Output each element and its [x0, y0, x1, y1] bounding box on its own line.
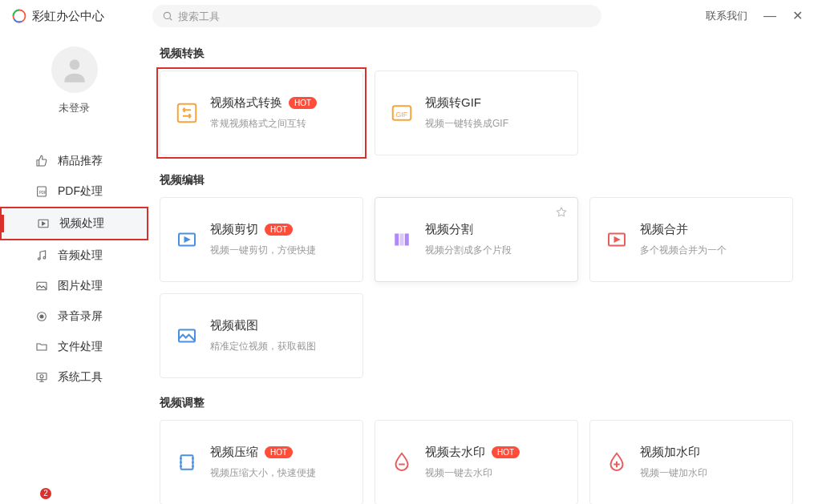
sidebar-item-label: 录音录屏 — [58, 309, 103, 324]
card-title-text: 视频合并 — [640, 222, 688, 237]
rainbow-logo-icon — [11, 8, 27, 24]
card-video-cut[interactable]: 视频剪切 HOT 视频一键剪切，方便快捷 — [160, 197, 363, 282]
record-icon — [35, 310, 48, 323]
card-desc: 视频压缩大小，快速便捷 — [210, 466, 316, 480]
card-desc: 视频一键转换成GIF — [425, 117, 508, 131]
card-title-text: 视频转GIF — [425, 95, 481, 111]
split-icon — [390, 228, 414, 252]
sidebar-item-record[interactable]: 录音录屏 — [0, 301, 148, 332]
svg-point-10 — [43, 256, 46, 259]
gif-icon: GIF — [390, 101, 414, 125]
svg-rect-25 — [181, 455, 193, 470]
notification-badge: 2 — [40, 488, 51, 499]
sidebar-item-recommend[interactable]: 精品推荐 — [0, 146, 148, 176]
convert-icon — [175, 101, 199, 125]
app-logo: 彩虹办公中心 — [11, 8, 104, 24]
titlebar-right: 联系我们 — ✕ — [706, 9, 803, 23]
sidebar-item-label: 文件处理 — [58, 340, 103, 354]
sidebar-item-label: 视频处理 — [59, 216, 104, 231]
card-title-text: 视频加水印 — [640, 445, 700, 460]
sidebar-notification[interactable]: 2 — [40, 485, 51, 499]
sidebar-item-label: 图片处理 — [58, 279, 103, 293]
card-video-remove-watermark[interactable]: 视频去水印 HOT 视频一键去水印 — [375, 420, 578, 504]
section-title: 视频编辑 — [160, 173, 803, 187]
card-video-format-convert[interactable]: 视频格式转换 HOT 常规视频格式之间互转 — [160, 71, 363, 155]
section-convert: 视频转换 视频格式转换 HOT 常规视频格式之间互转 — [160, 46, 803, 155]
card-desc: 视频一键剪切，方便快捷 — [210, 244, 316, 257]
card-title-text: 视频格式转换 — [210, 95, 282, 111]
sidebar-item-label: PDF处理 — [58, 184, 103, 199]
svg-point-9 — [38, 258, 40, 260]
sidebar-item-label: 音频处理 — [58, 248, 103, 263]
sidebar-item-system[interactable]: 系统工具 — [0, 362, 148, 393]
card-video-to-gif[interactable]: GIF 视频转GIF 视频一键转换成GIF — [375, 71, 578, 155]
compress-icon — [175, 450, 199, 474]
card-video-split[interactable]: 视频分割 视频分割成多个片段 — [375, 197, 578, 282]
svg-text:PDF: PDF — [39, 191, 47, 195]
svg-text:GIF: GIF — [396, 111, 408, 119]
card-desc: 视频一键加水印 — [640, 466, 707, 480]
svg-point-3 — [164, 12, 170, 18]
star-icon[interactable] — [555, 206, 568, 219]
sidebar-item-audio[interactable]: 音频处理 — [0, 240, 148, 271]
svg-point-13 — [40, 315, 43, 318]
card-video-screenshot[interactable]: 视频截图 精准定位视频，获取截图 — [160, 293, 363, 378]
svg-rect-20 — [395, 234, 399, 246]
sidebar-item-label: 精品推荐 — [58, 154, 103, 168]
card-desc: 视频分割成多个片段 — [425, 244, 512, 257]
search-box[interactable] — [152, 5, 601, 27]
merge-icon — [605, 228, 629, 252]
card-desc: 多个视频合并为一个 — [640, 244, 727, 257]
sidebar-item-video[interactable]: 视频处理 — [2, 208, 147, 239]
video-icon — [37, 217, 50, 230]
folder-icon — [35, 341, 48, 353]
hot-badge: HOT — [289, 97, 317, 109]
avatar[interactable] — [51, 46, 98, 93]
card-video-compress[interactable]: 视频压缩 HOT 视频压缩大小，快速便捷 — [160, 420, 363, 504]
cut-icon — [175, 228, 199, 252]
card-title-text: 视频剪切 — [210, 222, 258, 237]
app-title: 彩虹办公中心 — [32, 9, 104, 24]
minimize-button[interactable]: — — [763, 10, 776, 22]
section-title: 视频调整 — [160, 396, 803, 410]
card-video-add-watermark[interactable]: 视频加水印 视频一键加水印 — [589, 420, 793, 504]
sidebar-item-image[interactable]: 图片处理 — [0, 271, 148, 301]
sidebar-nav: 精品推荐 PDF PDF处理 视频处理 音频处理 图片处理 — [0, 146, 148, 393]
svg-rect-16 — [178, 104, 196, 123]
hot-badge: HOT — [265, 446, 293, 458]
sidebar-item-file[interactable]: 文件处理 — [0, 332, 148, 362]
card-title-text: 视频压缩 — [210, 445, 258, 460]
thumbs-up-icon — [35, 155, 48, 167]
svg-point-15 — [40, 375, 43, 378]
svg-rect-22 — [405, 234, 409, 246]
login-status[interactable]: 未登录 — [59, 101, 90, 115]
contact-link[interactable]: 联系我们 — [706, 9, 747, 23]
card-title-text: 视频截图 — [210, 318, 258, 333]
title-bar: 彩虹办公中心 联系我们 — ✕ — [0, 0, 814, 32]
hot-badge: HOT — [492, 446, 520, 458]
droplet-plus-icon — [605, 450, 629, 474]
close-button[interactable]: ✕ — [792, 10, 803, 22]
search-icon — [162, 10, 173, 22]
svg-rect-11 — [37, 282, 47, 289]
card-title-text: 视频去水印 — [425, 445, 485, 460]
hot-badge: HOT — [265, 224, 293, 236]
search-input[interactable] — [178, 10, 592, 22]
card-title-text: 视频分割 — [425, 222, 473, 237]
card-desc: 常规视频格式之间互转 — [210, 117, 317, 131]
card-desc: 精准定位视频，获取截图 — [210, 340, 316, 353]
monitor-icon — [35, 371, 48, 384]
sidebar: 未登录 精品推荐 PDF PDF处理 视频处理 音频处理 — [0, 32, 148, 504]
section-edit: 视频编辑 视频剪切 HOT 视频一键剪切，方便快捷 视频分割 — [160, 173, 803, 378]
section-adjust: 视频调整 视频压缩 HOT 视频压缩大小，快速便捷 — [160, 396, 803, 504]
card-video-merge[interactable]: 视频合并 多个视频合并为一个 — [589, 197, 793, 282]
droplet-minus-icon — [390, 450, 414, 474]
sidebar-item-pdf[interactable]: PDF PDF处理 — [0, 176, 148, 207]
main-content: 视频转换 视频格式转换 HOT 常规视频格式之间互转 — [148, 32, 814, 504]
svg-line-4 — [170, 18, 172, 21]
svg-rect-14 — [37, 373, 47, 380]
screenshot-icon — [175, 324, 199, 348]
music-icon — [35, 249, 48, 262]
pdf-icon: PDF — [35, 185, 48, 198]
card-desc: 视频一键去水印 — [425, 466, 520, 480]
